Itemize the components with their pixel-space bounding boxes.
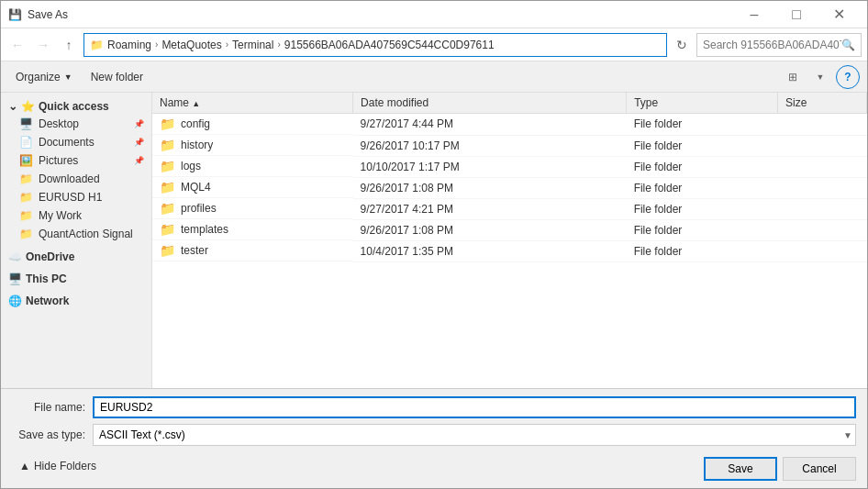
address-path[interactable]: 📁 Roaming › MetaQuotes › Terminal › 9155…	[83, 33, 667, 57]
downloaded-folder-icon: 📁	[19, 172, 33, 185]
sidebar-item-documents[interactable]: 📄 Documents 📌	[1, 133, 151, 151]
view-dropdown-button[interactable]: ▼	[808, 65, 832, 89]
file-name-cell: 📁 tester	[152, 240, 353, 261]
search-box[interactable]: 🔍	[696, 33, 862, 57]
mywork-label: My Work	[39, 209, 82, 222]
file-name: MQL4	[181, 181, 211, 194]
file-name-cell: 📁 config	[152, 114, 353, 135]
network-section: 🌐 Network	[1, 291, 151, 309]
search-input[interactable]	[703, 39, 841, 51]
refresh-button[interactable]: ↻	[671, 34, 693, 56]
path-terminal[interactable]: Terminal	[232, 39, 273, 51]
hide-folders-toggle[interactable]: ▲ Hide Folders	[12, 458, 104, 474]
mywork-folder-icon: 📁	[19, 209, 33, 222]
window-icon: 💾	[8, 8, 22, 21]
organize-button[interactable]: Organize ▼	[8, 65, 80, 89]
filename-input[interactable]	[93, 396, 856, 418]
col-size-label: Size	[785, 96, 807, 109]
network-item[interactable]: 🌐 Network	[1, 291, 151, 309]
close-button[interactable]: ✕	[818, 1, 860, 28]
up-button[interactable]: ↑	[58, 34, 80, 56]
minimize-button[interactable]: –	[733, 1, 775, 28]
quick-access-header[interactable]: ⌄ ⭐ Quick access	[1, 96, 151, 115]
forward-button[interactable]: →	[32, 34, 54, 56]
path-arrow-3: ›	[277, 39, 280, 50]
cancel-button[interactable]: Cancel	[783, 457, 856, 481]
quick-access-section: ⌄ ⭐ Quick access 🖥️ Desktop 📌 📄 Document…	[1, 96, 151, 243]
col-date-label: Date modified	[361, 96, 428, 109]
savetype-select[interactable]: ASCII Text (*.csv) CSV (*.csv) Excel (*.…	[93, 424, 856, 446]
save-as-dialog: 💾 Save As – □ ✕ ← → ↑ 📁 Roaming › MetaQu…	[0, 0, 868, 489]
file-size-cell	[778, 240, 867, 261]
hide-folders-label: Hide Folders	[34, 460, 96, 472]
col-size-header[interactable]: Size	[778, 93, 867, 114]
path-arrow-2: ›	[226, 39, 228, 50]
quick-access-icon: ⭐	[21, 100, 35, 113]
file-type-cell: File folder	[627, 114, 778, 136]
file-type-cell: File folder	[627, 156, 778, 177]
onedrive-section: ☁️ OneDrive	[1, 247, 151, 265]
new-folder-label: New folder	[91, 71, 143, 83]
new-folder-button[interactable]: New folder	[83, 65, 150, 89]
table-row[interactable]: 📁 MQL4 9/26/2017 1:08 PM File folder	[152, 177, 867, 198]
table-row[interactable]: 📁 tester 10/4/2017 1:35 PM File folder	[152, 240, 867, 261]
file-type-cell: File folder	[627, 240, 778, 261]
documents-icon: 📄	[19, 136, 33, 149]
folder-icon: 📁	[160, 180, 175, 194]
table-row[interactable]: 📁 logs 10/10/2017 1:17 PM File folder	[152, 156, 867, 177]
save-button[interactable]: Save	[704, 457, 777, 481]
filename-label: File name:	[12, 401, 85, 414]
file-name-cell: 📁 history	[152, 135, 353, 156]
file-name: config	[181, 117, 210, 130]
file-name: history	[181, 139, 213, 151]
view-dropdown-icon: ▼	[817, 72, 825, 82]
file-name-cell: 📁 MQL4	[152, 177, 353, 198]
path-hash[interactable]: 915566BA06ADA407569C544CC0D97611	[284, 39, 495, 51]
thispc-item[interactable]: 🖥️ This PC	[1, 269, 151, 287]
col-name-header[interactable]: Name ▲	[152, 93, 353, 114]
maximize-button[interactable]: □	[775, 1, 818, 28]
thispc-icon: 🖥️	[8, 272, 22, 285]
table-row[interactable]: 📁 templates 9/26/2017 1:08 PM File folde…	[152, 219, 867, 240]
view-button[interactable]: ⊞	[781, 65, 805, 89]
window-title: Save As	[28, 8, 68, 21]
path-roaming[interactable]: Roaming	[107, 39, 151, 51]
file-size-cell	[778, 114, 867, 136]
file-name-cell: 📁 logs	[152, 156, 353, 177]
sidebar-item-pictures[interactable]: 🖼️ Pictures 📌	[1, 151, 151, 170]
cancel-label: Cancel	[802, 462, 836, 475]
file-size-cell	[778, 135, 867, 156]
file-name: tester	[181, 244, 208, 257]
network-label: Network	[26, 295, 69, 307]
file-area: Name ▲ Date modified Type Size	[152, 93, 867, 388]
file-date-cell: 9/26/2017 1:08 PM	[353, 177, 627, 198]
file-date-cell: 9/26/2017 10:17 PM	[353, 135, 627, 156]
help-button[interactable]: ?	[836, 65, 860, 89]
sidebar-item-eurusd[interactable]: 📁 EURUSD H1	[1, 188, 151, 206]
table-row[interactable]: 📁 profiles 9/27/2017 4:21 PM File folder	[152, 198, 867, 219]
desktop-icon: 🖥️	[19, 117, 33, 130]
folder-icon: 📁	[160, 222, 175, 237]
hide-folders-chevron: ▲	[19, 460, 30, 472]
back-button[interactable]: ←	[6, 34, 28, 56]
col-date-header[interactable]: Date modified	[353, 93, 627, 114]
path-metaquotes[interactable]: MetaQuotes	[161, 39, 221, 51]
title-bar-left: 💾 Save As	[8, 8, 68, 21]
bottom-form: File name: Save as type: ASCII Text (*.c…	[1, 388, 867, 488]
sidebar-item-quantaction[interactable]: 📁 QuantAction Signal	[1, 225, 151, 243]
onedrive-item[interactable]: ☁️ OneDrive	[1, 247, 151, 265]
eurusd-folder-icon: 📁	[19, 191, 33, 204]
quick-access-chevron: ⌄	[8, 100, 17, 113]
bottom-buttons: Save Cancel	[704, 457, 856, 481]
col-type-label: Type	[634, 96, 658, 109]
organize-dropdown-icon: ▼	[64, 72, 72, 82]
sidebar-item-desktop[interactable]: 🖥️ Desktop 📌	[1, 115, 151, 133]
table-row[interactable]: 📁 config 9/27/2017 4:44 PM File folder	[152, 114, 867, 136]
table-row[interactable]: 📁 history 9/26/2017 10:17 PM File folder	[152, 135, 867, 156]
col-type-header[interactable]: Type	[627, 93, 778, 114]
desktop-pin-icon: 📌	[134, 119, 144, 128]
file-type-cell: File folder	[627, 219, 778, 240]
folder-icon: 📁	[160, 243, 175, 258]
sidebar-item-downloaded[interactable]: 📁 Downloaded	[1, 170, 151, 188]
sidebar-item-mywork[interactable]: 📁 My Work	[1, 206, 151, 225]
